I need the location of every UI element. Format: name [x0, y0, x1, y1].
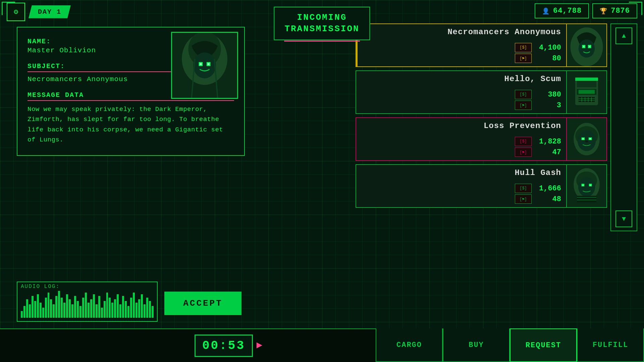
wave-bar	[66, 294, 68, 318]
svg-point-38	[585, 140, 588, 142]
wave-bar	[152, 306, 154, 318]
wave-bar	[48, 293, 50, 318]
svg-rect-15	[583, 46, 584, 47]
wave-bar	[29, 304, 31, 318]
nav-button-cargo[interactable]: CARGO	[376, 328, 443, 362]
scroll-up-button[interactable]: ▲	[615, 27, 632, 44]
contract-info: Hull Gash [$] 1,666 [⚑] 48	[356, 165, 566, 207]
credits-row: [$] 380	[515, 90, 561, 99]
scroll-down-button[interactable]: ▼	[615, 210, 632, 227]
wave-bar	[23, 306, 25, 318]
contract-stats: [$] 4,100 [⚑] 80	[361, 43, 561, 63]
nav-button-buy[interactable]: BUY	[443, 328, 510, 362]
svg-rect-47	[577, 196, 596, 202]
wave-bar	[138, 299, 140, 318]
wave-bar	[149, 301, 151, 318]
gear-icon: ⚙	[14, 7, 18, 16]
wave-bar	[125, 301, 127, 318]
contract-name: Hull Gash	[361, 168, 561, 177]
rep-row: [⚑] 80	[515, 54, 561, 63]
contract-avatar	[566, 24, 606, 66]
wave-bar	[104, 301, 106, 318]
top-stats: 👤 64,788 🏆 7876	[535, 3, 644, 18]
wave-bar	[93, 294, 95, 318]
credits-icon-box: [$]	[515, 43, 532, 52]
rep-icon-box: [⚑]	[515, 147, 532, 157]
nav-button-request[interactable]: REQUEST	[510, 328, 577, 362]
wave-bar	[109, 298, 111, 318]
wave-bar	[61, 298, 63, 318]
rep-row: [⚑] 48	[515, 194, 561, 204]
contract-stats: [$] 380 [⚑] 3	[361, 90, 561, 110]
reputation-icon: 🏆	[600, 7, 607, 15]
wave-bar	[96, 304, 98, 318]
sender-avatar	[171, 32, 238, 99]
message-underline	[28, 100, 234, 101]
rep-icon: [⚑]	[520, 56, 527, 61]
wave-bar	[119, 304, 121, 318]
rep-icon: [⚑]	[520, 103, 527, 108]
nav-button-fulfill[interactable]: FULFILL	[577, 328, 644, 362]
credits-icon: 👤	[542, 7, 550, 15]
avatar-svg	[172, 33, 237, 98]
rep-icon: [⚑]	[520, 197, 527, 202]
wave-bar	[101, 308, 103, 318]
contract-avatar	[566, 118, 606, 160]
transmission-line2: TRANSMISSION	[284, 24, 359, 34]
credits-icon-box: [$]	[515, 90, 532, 99]
wave-bar	[114, 299, 116, 318]
audio-panel: AUDIO LOG:	[17, 282, 158, 322]
message-body: Now we may speak privately: the Dark Emp…	[28, 104, 234, 145]
contract-card[interactable]: Hello, Scum [$] 380 [⚑] 3	[356, 70, 607, 114]
credits-row: [$] 1,666	[515, 184, 561, 193]
rep-icon-box: [⚑]	[515, 194, 532, 204]
contract-avatar	[566, 165, 606, 207]
svg-rect-6	[200, 63, 202, 65]
contract-avatar	[566, 71, 606, 113]
svg-rect-36	[582, 138, 584, 139]
contract-credits: 380	[534, 90, 561, 99]
credits-icon-box: [$]	[515, 184, 532, 193]
wave-bar	[117, 294, 119, 318]
credits-icon: [$]	[520, 186, 527, 191]
rep-row: [⚑] 47	[515, 147, 561, 157]
svg-rect-37	[590, 138, 591, 139]
contract-name: Hello, Scum	[361, 74, 561, 83]
contract-info: Hello, Scum [$] 380 [⚑] 3	[356, 71, 566, 113]
svg-rect-22	[579, 90, 595, 94]
main-container: ⚙ DAY 1 👤 64,788 🏆 7876 INCOMING TRANSMI…	[0, 0, 644, 362]
contract-info: Necromancers Anonymous [$] 4,100 [⚑] 80	[356, 24, 566, 66]
settings-button[interactable]: ⚙	[7, 3, 25, 21]
nav-buttons: CARGOBUYREQUESTFULFILL	[376, 328, 644, 362]
wave-bar	[21, 311, 23, 318]
audio-waveform	[17, 291, 157, 318]
wave-bar	[127, 306, 129, 318]
contract-credits: 1,666	[534, 184, 561, 193]
contract-name: Necromancers Anonymous	[361, 27, 561, 37]
bottom-nav: 00:53 ► CARGOBUYREQUESTFULFILL	[0, 328, 644, 362]
svg-rect-46	[590, 185, 591, 186]
credits-row: [$] 1,828	[515, 137, 561, 146]
rep-row: [⚑] 3	[515, 101, 561, 110]
audio-label: AUDIO LOG:	[17, 282, 157, 291]
contracts-panel: Necromancers Anonymous [$] 4,100 [⚑] 80	[356, 23, 607, 211]
wave-bar	[79, 306, 82, 318]
credits-icon: [$]	[520, 45, 527, 50]
contract-rep: 48	[534, 195, 561, 203]
contract-card[interactable]: Necromancers Anonymous [$] 4,100 [⚑] 80	[356, 23, 607, 67]
contract-info: Loss Prevention [$] 1,828 [⚑] 47	[356, 118, 566, 160]
contract-card[interactable]: Hull Gash [$] 1,666 [⚑] 48	[356, 164, 607, 208]
wave-bar	[85, 293, 87, 318]
svg-rect-45	[582, 185, 583, 186]
accept-button[interactable]: ACCEPT	[164, 292, 241, 315]
credits-row: [$] 4,100	[515, 43, 561, 52]
contract-rep: 47	[534, 148, 561, 157]
credits-icon-box: [$]	[515, 137, 532, 146]
rep-icon: [⚑]	[520, 150, 527, 155]
credits-value: 64,788	[553, 7, 582, 15]
wave-bar	[71, 304, 73, 318]
contract-card[interactable]: Loss Prevention [$] 1,828 [⚑] 47	[356, 117, 607, 161]
day-badge: DAY 1	[29, 5, 71, 18]
contract-credits: 1,828	[534, 137, 561, 146]
wave-bar	[88, 303, 90, 318]
